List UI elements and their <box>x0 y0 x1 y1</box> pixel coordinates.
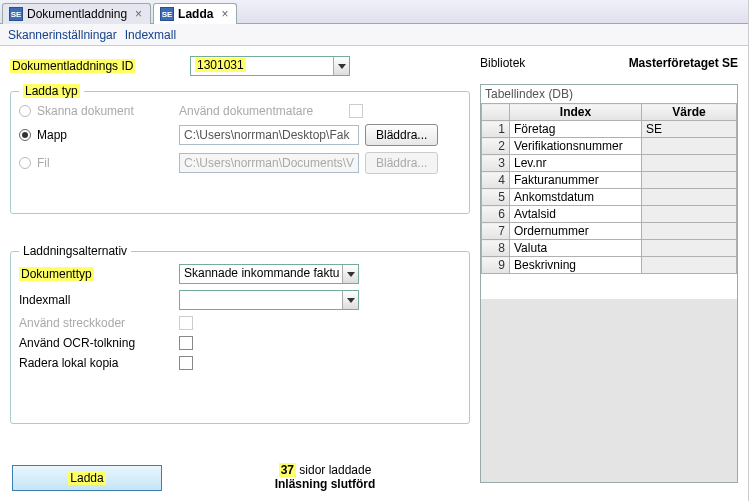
table-row[interactable]: 5Ankomstdatum <box>482 189 737 206</box>
tab-ladda[interactable]: SE Ladda × <box>153 3 237 24</box>
delete-local-copy-label: Radera lokal kopia <box>19 356 179 370</box>
row-value[interactable] <box>642 206 737 223</box>
row-value[interactable] <box>642 189 737 206</box>
row-number: 6 <box>482 206 510 223</box>
browse-file-button: Bläddra... <box>365 152 438 174</box>
use-feeder-label: Använd dokumentmatare <box>179 104 349 118</box>
tab-label: Dokumentladdning <box>27 7 127 21</box>
load-type-group: Ladda typ Skanna dokument Använd dokumen… <box>10 84 470 214</box>
row-index: Fakturanummer <box>510 172 642 189</box>
radio-scan-label: Skanna dokument <box>37 104 134 118</box>
document-tabstrip: SE Dokumentladdning × SE Ladda × <box>0 0 748 24</box>
pages-count: 37 <box>281 463 294 477</box>
use-barcodes-checkbox <box>179 316 193 330</box>
row-number: 3 <box>482 155 510 172</box>
table-row[interactable]: 9Beskrivning <box>482 257 737 274</box>
tab-dokumentladdning[interactable]: SE Dokumentladdning × <box>2 3 151 24</box>
use-feeder-checkbox <box>349 104 363 118</box>
load-options-group: Laddningsalternativ Dokumenttyp Skannade… <box>10 244 470 424</box>
table-row[interactable]: 3Lev.nr <box>482 155 737 172</box>
delete-local-copy-checkbox[interactable] <box>179 356 193 370</box>
menu-scanner-settings[interactable]: Skannerinställningar <box>8 28 117 42</box>
radio-folder-label: Mapp <box>37 128 67 142</box>
close-icon[interactable]: × <box>221 7 228 21</box>
chevron-down-icon[interactable] <box>333 57 349 75</box>
load-button[interactable]: Ladda <box>12 465 162 491</box>
doc-loading-id-value: 1301031 <box>195 58 246 72</box>
index-template-select[interactable] <box>179 290 359 310</box>
library-label: Bibliotek <box>480 56 525 70</box>
row-index: Avtalsid <box>510 206 642 223</box>
row-number: 5 <box>482 189 510 206</box>
file-path-input <box>179 153 359 173</box>
row-index: Lev.nr <box>510 155 642 172</box>
radio-scan-document[interactable] <box>19 105 31 117</box>
table-header-row: Index Värde <box>482 104 737 121</box>
browse-folder-button[interactable]: Bläddra... <box>365 124 438 146</box>
table-row[interactable]: 8Valuta <box>482 240 737 257</box>
tab-label: Ladda <box>178 7 213 21</box>
row-value[interactable] <box>642 240 737 257</box>
load-complete-text: Inläsning slutförd <box>190 477 460 491</box>
row-number: 9 <box>482 257 510 274</box>
table-row[interactable]: 1FöretagSE <box>482 121 737 138</box>
load-type-legend: Ladda typ <box>23 84 80 98</box>
table-row[interactable]: 6Avtalsid <box>482 206 737 223</box>
doc-loading-id-label: Dokumentladdnings ID <box>10 59 190 73</box>
col-value[interactable]: Värde <box>642 104 737 121</box>
flag-se-icon: SE <box>9 7 23 21</box>
col-index[interactable]: Index <box>510 104 642 121</box>
document-type-select[interactable]: Skannade inkommande faktu <box>179 264 359 284</box>
row-value[interactable] <box>642 257 737 274</box>
pages-suffix: sidor laddade <box>296 463 371 477</box>
row-number: 4 <box>482 172 510 189</box>
use-barcodes-label: Använd streckkoder <box>19 316 179 330</box>
menubar: Skannerinställningar Indexmall <box>0 24 748 46</box>
table-row[interactable]: 7Ordernummer <box>482 223 737 240</box>
chevron-down-icon[interactable] <box>342 265 358 283</box>
row-number: 1 <box>482 121 510 138</box>
row-value[interactable] <box>642 172 737 189</box>
row-value[interactable] <box>642 138 737 155</box>
table-row[interactable]: 2Verifikationsnummer <box>482 138 737 155</box>
radio-file[interactable] <box>19 157 31 169</box>
flag-se-icon: SE <box>160 7 174 21</box>
row-index: Verifikationsnummer <box>510 138 642 155</box>
radio-file-label: Fil <box>37 156 50 170</box>
load-options-legend: Laddningsalternativ <box>19 244 131 258</box>
document-type-label: Dokumenttyp <box>19 267 179 281</box>
row-number: 8 <box>482 240 510 257</box>
row-value[interactable] <box>642 223 737 240</box>
doc-loading-id-select[interactable]: 1301031 <box>190 56 350 76</box>
folder-path-input[interactable] <box>179 125 359 145</box>
use-ocr-label: Använd OCR-tolkning <box>19 336 179 350</box>
library-value: Masterföretaget SE <box>629 56 738 70</box>
row-index: Företag <box>510 121 642 138</box>
radio-folder[interactable] <box>19 129 31 141</box>
row-value[interactable]: SE <box>642 121 737 138</box>
index-template-label: Indexmall <box>19 293 179 307</box>
row-index: Beskrivning <box>510 257 642 274</box>
row-number: 7 <box>482 223 510 240</box>
table-title: Tabellindex (DB) <box>481 85 737 103</box>
status-area: 37 sidor laddade Inläsning slutförd <box>190 463 460 491</box>
menu-index-template[interactable]: Indexmall <box>125 28 176 42</box>
row-index: Ordernummer <box>510 223 642 240</box>
use-ocr-checkbox[interactable] <box>179 336 193 350</box>
row-index: Valuta <box>510 240 642 257</box>
row-index: Ankomstdatum <box>510 189 642 206</box>
table-row[interactable]: 4Fakturanummer <box>482 172 737 189</box>
close-icon[interactable]: × <box>135 7 142 21</box>
table-index-panel: Tabellindex (DB) Index Värde 1FöretagSE2… <box>480 84 738 483</box>
row-value[interactable] <box>642 155 737 172</box>
row-number: 2 <box>482 138 510 155</box>
chevron-down-icon[interactable] <box>342 291 358 309</box>
